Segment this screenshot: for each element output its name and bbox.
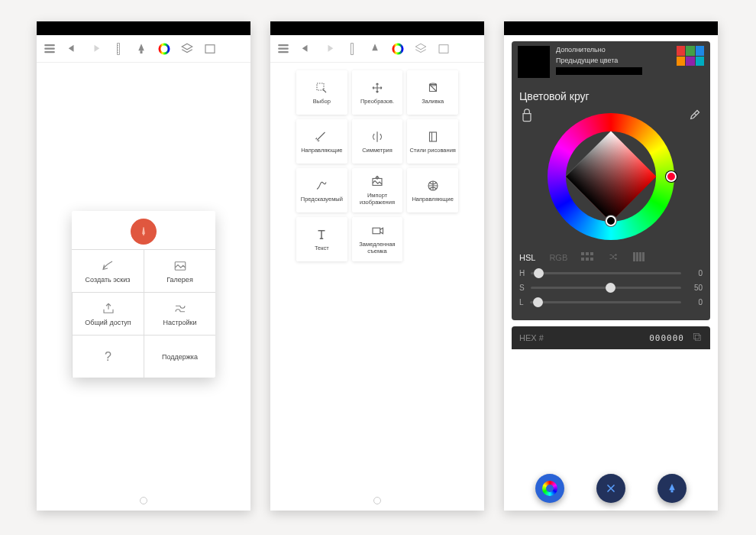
slider-h-value: 0	[687, 269, 703, 277]
help-icon: ?	[105, 350, 111, 364]
menu-icon[interactable]	[276, 42, 290, 56]
header-prev[interactable]: Предыдущие цвета	[556, 57, 670, 64]
menu-share[interactable]: Общий доступ	[72, 292, 144, 335]
redo-icon[interactable]	[89, 42, 102, 56]
tool-label: Преобразов.	[360, 98, 394, 105]
tool-predictive[interactable]: Предсказуемый	[296, 168, 347, 212]
menu-gallery-label: Галерея	[166, 276, 193, 284]
tool-label: Заливка	[422, 98, 444, 105]
slider-s-name: S	[519, 284, 525, 292]
tool-guides[interactable]: Направляющие	[296, 119, 347, 164]
svg-rect-0	[44, 44, 55, 46]
svg-rect-27	[642, 252, 645, 261]
home-indicator-icon	[140, 497, 147, 504]
svg-rect-25	[636, 252, 638, 261]
hue-handle[interactable]	[666, 171, 677, 182]
tool-import[interactable]: Импорт изображения	[352, 168, 403, 212]
svg-point-10	[393, 44, 402, 54]
tab-random-icon[interactable]	[607, 252, 619, 263]
svg-point-4	[160, 44, 169, 54]
svg-rect-9	[278, 51, 289, 53]
phone-a: Создать эскиз Галерея Общий доступ Настр…	[37, 21, 250, 511]
tool-label: Стили рисования	[409, 147, 456, 154]
color-wheel[interactable]	[548, 113, 674, 240]
slider-h: H 0	[519, 269, 703, 277]
phone-b: Выбор Преобразов. Заливка Направляющие С…	[270, 21, 484, 511]
hex-value[interactable]: 000000	[649, 333, 684, 343]
fab-close[interactable]	[596, 474, 625, 503]
tool-label: Симметрия	[362, 147, 393, 154]
tool-label: Предсказуемый	[301, 196, 343, 203]
menu-settings[interactable]: Настройки	[144, 292, 215, 335]
svg-rect-3	[141, 50, 143, 54]
top-toolbar	[37, 35, 250, 63]
color-icon[interactable]	[391, 42, 405, 56]
tool-styles[interactable]: Стили рисования	[407, 119, 458, 164]
main-menu: Создать эскиз Галерея Общий доступ Настр…	[72, 211, 215, 378]
svg-rect-14	[429, 132, 436, 141]
slider-l: L 0	[519, 298, 703, 306]
fab-brush[interactable]	[657, 474, 687, 503]
menu-gallery[interactable]: Галерея	[144, 249, 215, 292]
tab-bars-icon[interactable]	[633, 252, 645, 263]
svg-rect-29	[693, 333, 699, 339]
svg-rect-26	[639, 252, 641, 261]
color-header: Дополнительно Предыдущие цвета	[512, 41, 710, 81]
phone-c: Дополнительно Предыдущие цвета Цветовой …	[504, 21, 718, 511]
header-extra[interactable]: Дополнительно	[556, 46, 670, 54]
tab-rgb[interactable]: RGB	[549, 253, 567, 262]
slider-h-track[interactable]	[531, 272, 681, 274]
slider-l-track[interactable]	[530, 301, 681, 303]
svg-rect-7	[278, 44, 289, 46]
brush-icon[interactable]	[368, 42, 382, 56]
layers-icon[interactable]	[414, 42, 428, 56]
svg-rect-19	[586, 252, 589, 255]
color-icon[interactable]	[157, 42, 171, 56]
fullscreen-icon[interactable]	[437, 42, 451, 56]
menu-support-label: Поддержка	[162, 353, 198, 361]
sv-square[interactable]	[566, 131, 657, 222]
tool-timelapse[interactable]: Замедленная съемка	[352, 217, 403, 261]
menu-icon[interactable]	[43, 42, 57, 56]
menu-sketch[interactable]: Создать эскиз	[72, 249, 144, 292]
bucket-icon[interactable]	[519, 109, 536, 127]
color-mode-tabs: HSL RGB	[519, 252, 703, 263]
menu-help[interactable]: ?	[72, 335, 144, 378]
tool-text[interactable]: Текст	[296, 217, 347, 261]
undo-icon[interactable]	[66, 42, 79, 56]
slider-s: S 50	[519, 284, 703, 292]
tool-perspective[interactable]: Направляющие	[407, 168, 458, 212]
svg-rect-21	[581, 258, 584, 261]
menu-sketch-label: Создать эскиз	[86, 276, 131, 284]
svg-rect-2	[44, 51, 55, 53]
tool-selection[interactable]: Выбор	[296, 70, 347, 115]
brush-icon[interactable]	[134, 42, 148, 56]
tool-transform[interactable]: Преобразов.	[352, 70, 403, 115]
svg-rect-17	[373, 228, 380, 234]
undo-icon[interactable]	[299, 42, 313, 56]
sv-handle[interactable]	[606, 216, 616, 226]
status-bar	[270, 21, 484, 35]
redo-icon[interactable]	[322, 42, 336, 56]
tab-hsl[interactable]: HSL	[519, 253, 535, 262]
fab-color[interactable]	[535, 474, 564, 503]
slider-s-track[interactable]	[531, 287, 681, 289]
slider-l-value: 0	[687, 298, 703, 306]
ruler-icon[interactable]	[111, 42, 125, 56]
tool-fill[interactable]: Заливка	[407, 70, 458, 115]
svg-rect-24	[633, 252, 635, 261]
tool-label: Направляющие	[301, 147, 342, 154]
ruler-icon[interactable]	[345, 42, 359, 56]
copy-icon[interactable]	[692, 332, 703, 344]
color-ring-icon	[542, 481, 557, 496]
menu-share-label: Общий доступ	[85, 319, 131, 326]
svg-rect-1	[44, 47, 55, 49]
eyedropper-icon[interactable]	[686, 109, 703, 127]
menu-support[interactable]: Поддержка	[144, 335, 215, 378]
fullscreen-icon[interactable]	[203, 42, 217, 56]
palette-grid[interactable]	[677, 46, 704, 66]
tool-symmetry[interactable]: Симметрия	[352, 119, 403, 164]
current-color-swatch[interactable]	[518, 46, 550, 78]
tab-swatches-icon[interactable]	[581, 252, 593, 263]
layers-icon[interactable]	[180, 42, 194, 56]
